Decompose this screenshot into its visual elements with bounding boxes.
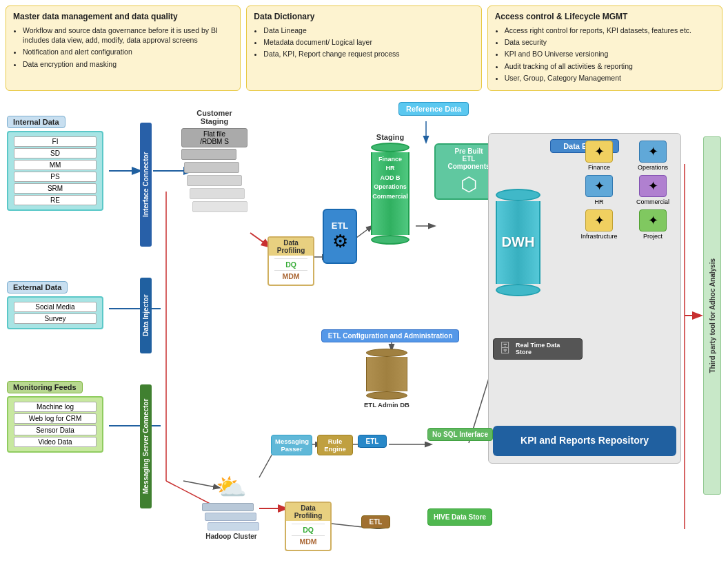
internal-data-box: FI SD MM PS SRM RE	[7, 131, 103, 211]
rule-engine-box: Rule Engine	[317, 435, 353, 455]
staging-title: Staging	[371, 133, 410, 141]
access-control-box: Access control & Lifecycle MGMT Access r…	[487, 6, 722, 91]
internal-item-re: RE	[14, 195, 97, 205]
reference-data-box: Reference Data	[398, 102, 469, 116]
data-profiling-2: Data Profiling DQ MDM	[285, 502, 332, 551]
hadoop-label: Hadoop Cluster	[202, 533, 261, 540]
svg-line-2	[250, 233, 270, 247]
operations-icon: ✦	[639, 141, 667, 163]
icon-project: ✦ Project	[628, 209, 678, 240]
external-data-box: Social Media Survey	[7, 296, 103, 329]
internal-item-ps: PS	[14, 172, 97, 182]
nosql-interface: No SQL Interface	[427, 428, 493, 441]
commercial-label: Commercial	[628, 198, 678, 205]
internal-item-mm: MM	[14, 160, 97, 170]
dwh-cylinder: DWH	[496, 189, 540, 296]
icon-operations: ✦ Operations	[628, 141, 678, 171]
icon-hr: ✦ HR	[574, 175, 624, 205]
flat-file-label: Flat file/RDBM S	[181, 128, 247, 147]
icon-grid: ✦ Finance ✦ Operations ✦ HR ✦ Commercial	[574, 141, 678, 240]
access-control-title: Access control & Lifecycle MGMT	[495, 12, 715, 21]
icon-finance: ✦ Finance	[574, 141, 624, 171]
internal-item-fi: FI	[14, 136, 97, 147]
master-data-item-2: Notification and alert configuration	[23, 47, 233, 56]
dd-item-3: Data, KPI, Report change request process	[263, 49, 474, 59]
ac-item-2: Data security	[505, 37, 715, 47]
data-dictionary-title: Data Dictionary	[254, 12, 474, 21]
master-data-title: Master data management and data quality	[13, 12, 233, 21]
data-dictionary-list: Data Lineage Metadata document/ Logical …	[254, 25, 474, 59]
kpi-reports-box: KPI and Reports Repository	[493, 426, 676, 456]
etl-label-1: ETL	[332, 220, 349, 231]
infrastructure-label: Infrastructure	[574, 233, 624, 240]
profiling1-dq: DQ	[274, 258, 307, 270]
mon-item-2: Web log for CRM	[14, 413, 97, 424]
etl-bottom: ETL	[361, 515, 390, 528]
data-injector: Data Injector	[140, 278, 152, 353]
dwh-container: Data Export DWH ✦ Finance ✦	[488, 133, 681, 464]
stacked-layers	[181, 149, 247, 212]
hive-data-store: HIVE Data Store	[427, 508, 492, 526]
cloud-icon: ⛅	[202, 473, 261, 502]
monitoring-box: Machine log Web log for CRM Sensor Data …	[7, 396, 103, 453]
staging-area: Staging FinanceHRAOD BOperationsCommerci…	[371, 133, 410, 245]
icon-commercial: ✦ Commercial	[628, 175, 678, 205]
dwh-label: DWH	[502, 234, 535, 250]
gear-icon-1: ⚙	[332, 231, 348, 252]
real-time-data-store: 🗄 Real Time Data Store	[493, 338, 583, 360]
external-data-label: External Data	[7, 281, 68, 294]
mon-item-4: Video Data	[14, 437, 97, 447]
finance-icon: ✦	[585, 141, 613, 163]
internal-data-label: Internal Data	[7, 116, 65, 128]
ac-item-5: User, Group, Category Management	[505, 73, 715, 83]
internal-item-sd: SD	[14, 148, 97, 158]
etl-box-1: ETL ⚙	[323, 209, 357, 264]
third-party-tool: Third party tool for Adhoc Analysis	[703, 136, 721, 495]
ext-item-social: Social Media	[14, 302, 97, 312]
hadoop-cluster: ⛅ Hadoop Cluster	[202, 473, 261, 540]
interface-connector: Interface Connector	[140, 123, 152, 247]
etl-config-bar: ETL Configuration and Administration	[321, 329, 459, 342]
messaging-server-connector: Messaging Server Connector	[140, 384, 152, 508]
ac-item-3: KPI and BO Universe versioning	[505, 49, 715, 59]
external-data-panel: External Data Social Media Survey	[7, 281, 103, 329]
internal-item-srm: SRM	[14, 183, 97, 194]
infrastructure-icon: ✦	[585, 209, 613, 231]
dd-item-1: Data Lineage	[263, 25, 474, 35]
staging-cyl-bottom	[371, 235, 410, 245]
staging-cyl-top	[371, 143, 410, 152]
mon-item-1: Machine log	[14, 402, 97, 412]
staging-content: FinanceHRAOD BOperationsCommercial	[372, 155, 408, 202]
project-label: Project	[628, 233, 678, 240]
finance-label: Finance	[574, 164, 624, 171]
ac-item-4: Audit tracking of all activities & repor…	[505, 61, 715, 71]
access-control-list: Access right control for reports, KPI da…	[495, 25, 715, 83]
master-data-item-1: Workflow and source data governance befo…	[23, 25, 233, 45]
etl-admin-label: ETL Admin DB	[364, 401, 410, 409]
operations-label: Operations	[628, 164, 678, 171]
etl-admin-cyl	[366, 349, 407, 400]
profiling2-dq: DQ	[292, 524, 325, 535]
master-data-list: Workflow and source data governance befo…	[13, 25, 233, 69]
monitoring-label: Monitoring Feeds	[7, 381, 83, 393]
commercial-icon: ✦	[639, 175, 667, 197]
master-data-item-3: Data encryption and masking	[23, 59, 233, 69]
customer-staging-area: CustomerStaging Flat file/RDBM S	[181, 109, 247, 212]
page-container: Master data management and data quality …	[0, 0, 728, 529]
etl-admin-db: ETL Admin DB	[364, 349, 410, 409]
profiling2-mdm: MDM	[292, 535, 325, 547]
hr-icon: ✦	[585, 175, 613, 197]
data-dictionary-box: Data Dictionary Data Lineage Metadata do…	[246, 6, 481, 91]
hadoop-layers	[202, 503, 261, 531]
profiling1-mdm: MDM	[274, 270, 307, 282]
hr-label: HR	[574, 198, 624, 205]
profiling1-title: Data Profiling	[269, 238, 313, 256]
internal-data-panel: Internal Data FI SD MM PS SRM RE	[7, 116, 110, 211]
third-party-label: Third party tool for Adhoc Analysis	[709, 258, 716, 373]
database-icon: 🗄	[499, 342, 512, 356]
rtds-label: Real Time Data Store	[516, 342, 576, 356]
etl-small-messaging: ETL	[358, 435, 387, 448]
master-data-box: Master data management and data quality …	[6, 6, 241, 91]
mon-item-3: Sensor Data	[14, 425, 97, 435]
data-profiling-1: Data Profiling DQ MDM	[267, 236, 314, 286]
